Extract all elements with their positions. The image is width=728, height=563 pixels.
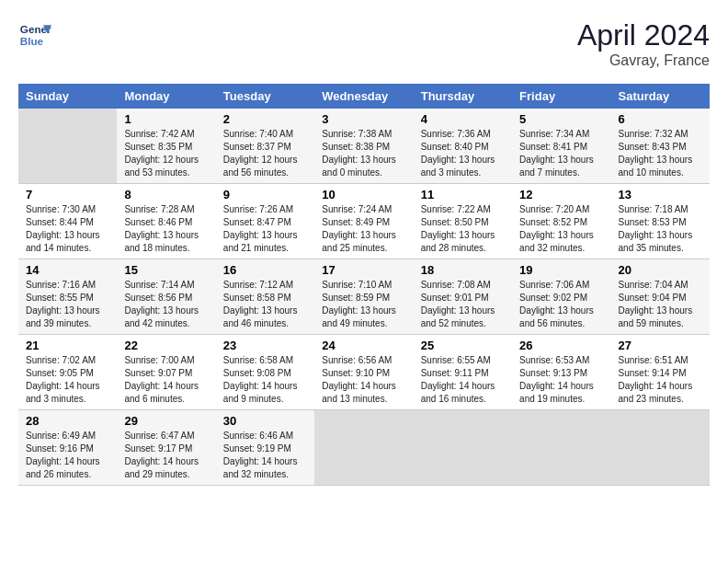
calendar-day-cell: 9Sunrise: 7:26 AMSunset: 8:47 PMDaylight… xyxy=(216,184,314,259)
day-info: Sunrise: 7:02 AMSunset: 9:05 PMDaylight:… xyxy=(26,354,109,406)
calendar-day-cell: 14Sunrise: 7:16 AMSunset: 8:55 PMDayligh… xyxy=(18,259,117,335)
calendar-day-cell: 11Sunrise: 7:22 AMSunset: 8:50 PMDayligh… xyxy=(414,184,512,259)
day-number: 6 xyxy=(619,112,702,126)
calendar-day-cell: 19Sunrise: 7:06 AMSunset: 9:02 PMDayligh… xyxy=(512,259,610,335)
calendar-day-cell: 4Sunrise: 7:36 AMSunset: 8:40 PMDaylight… xyxy=(414,109,512,184)
calendar-day-cell: 15Sunrise: 7:14 AMSunset: 8:56 PMDayligh… xyxy=(117,259,215,335)
day-number: 28 xyxy=(26,414,109,428)
day-info: Sunrise: 6:55 AMSunset: 9:11 PMDaylight:… xyxy=(421,354,505,406)
day-number: 2 xyxy=(223,112,307,126)
day-info: Sunrise: 7:08 AMSunset: 9:01 PMDaylight:… xyxy=(421,279,505,330)
weekday-header: Monday xyxy=(117,84,215,109)
calendar-week-row: 7Sunrise: 7:30 AMSunset: 8:44 PMDaylight… xyxy=(18,184,710,259)
day-number: 16 xyxy=(223,263,307,277)
calendar-day-cell xyxy=(611,410,710,486)
day-info: Sunrise: 7:36 AMSunset: 8:40 PMDaylight:… xyxy=(421,128,505,179)
weekday-header: Wednesday xyxy=(314,84,413,109)
calendar-week-row: 14Sunrise: 7:16 AMSunset: 8:55 PMDayligh… xyxy=(18,259,710,335)
calendar-day-cell: 30Sunrise: 6:46 AMSunset: 9:19 PMDayligh… xyxy=(216,410,314,486)
calendar-day-cell: 27Sunrise: 6:51 AMSunset: 9:14 PMDayligh… xyxy=(611,335,710,410)
day-info: Sunrise: 7:20 AMSunset: 8:52 PMDaylight:… xyxy=(519,203,603,255)
day-info: Sunrise: 7:38 AMSunset: 8:38 PMDaylight:… xyxy=(322,128,405,179)
calendar-day-cell: 12Sunrise: 7:20 AMSunset: 8:52 PMDayligh… xyxy=(512,184,610,259)
weekday-header: Saturday xyxy=(611,84,710,109)
day-number: 12 xyxy=(519,188,603,201)
day-number: 1 xyxy=(124,112,208,126)
day-number: 24 xyxy=(322,339,405,352)
day-number: 4 xyxy=(421,112,505,126)
calendar-day-cell: 7Sunrise: 7:30 AMSunset: 8:44 PMDaylight… xyxy=(18,184,117,259)
calendar-day-cell xyxy=(314,410,413,486)
day-number: 7 xyxy=(26,188,109,201)
day-info: Sunrise: 6:47 AMSunset: 9:17 PMDaylight:… xyxy=(124,430,208,481)
day-number: 23 xyxy=(223,339,307,352)
day-info: Sunrise: 6:56 AMSunset: 9:10 PMDaylight:… xyxy=(322,354,405,406)
calendar-day-cell: 1Sunrise: 7:42 AMSunset: 8:35 PMDaylight… xyxy=(117,109,215,184)
calendar-day-cell: 2Sunrise: 7:40 AMSunset: 8:37 PMDaylight… xyxy=(216,109,314,184)
calendar-header: SundayMondayTuesdayWednesdayThursdayFrid… xyxy=(18,84,710,109)
day-info: Sunrise: 7:30 AMSunset: 8:44 PMDaylight:… xyxy=(26,203,109,255)
calendar-day-cell xyxy=(414,410,512,486)
calendar-day-cell: 20Sunrise: 7:04 AMSunset: 9:04 PMDayligh… xyxy=(611,259,710,335)
day-number: 14 xyxy=(26,263,109,277)
day-number: 8 xyxy=(124,188,208,201)
day-number: 5 xyxy=(519,112,603,126)
logo: General Blue General Blue xyxy=(18,18,51,52)
calendar-day-cell: 3Sunrise: 7:38 AMSunset: 8:38 PMDaylight… xyxy=(314,109,413,184)
calendar-day-cell: 6Sunrise: 7:32 AMSunset: 8:43 PMDaylight… xyxy=(611,109,710,184)
month-title: April 2024 xyxy=(577,18,710,52)
day-info: Sunrise: 7:42 AMSunset: 8:35 PMDaylight:… xyxy=(124,128,208,179)
logo-icon: General Blue xyxy=(18,18,51,52)
day-info: Sunrise: 7:22 AMSunset: 8:50 PMDaylight:… xyxy=(421,203,505,255)
calendar-week-row: 28Sunrise: 6:49 AMSunset: 9:16 PMDayligh… xyxy=(18,410,710,486)
calendar-day-cell: 24Sunrise: 6:56 AMSunset: 9:10 PMDayligh… xyxy=(314,335,413,410)
day-number: 18 xyxy=(421,263,505,277)
calendar-day-cell xyxy=(512,410,610,486)
day-info: Sunrise: 6:53 AMSunset: 9:13 PMDaylight:… xyxy=(519,354,603,406)
day-number: 10 xyxy=(322,188,405,201)
day-info: Sunrise: 7:06 AMSunset: 9:02 PMDaylight:… xyxy=(519,279,603,330)
calendar-day-cell: 10Sunrise: 7:24 AMSunset: 8:49 PMDayligh… xyxy=(314,184,413,259)
svg-text:Blue: Blue xyxy=(20,35,44,47)
day-info: Sunrise: 7:34 AMSunset: 8:41 PMDaylight:… xyxy=(519,128,603,179)
calendar-table: SundayMondayTuesdayWednesdayThursdayFrid… xyxy=(18,84,710,486)
calendar-day-cell: 5Sunrise: 7:34 AMSunset: 8:41 PMDaylight… xyxy=(512,109,610,184)
calendar-day-cell: 28Sunrise: 6:49 AMSunset: 9:16 PMDayligh… xyxy=(18,410,117,486)
day-number: 22 xyxy=(124,339,208,352)
day-number: 30 xyxy=(223,414,307,428)
day-info: Sunrise: 6:51 AMSunset: 9:14 PMDaylight:… xyxy=(619,354,702,406)
day-info: Sunrise: 7:28 AMSunset: 8:46 PMDaylight:… xyxy=(124,203,208,255)
day-info: Sunrise: 6:46 AMSunset: 9:19 PMDaylight:… xyxy=(223,430,307,481)
calendar-day-cell: 18Sunrise: 7:08 AMSunset: 9:01 PMDayligh… xyxy=(414,259,512,335)
weekday-header: Tuesday xyxy=(216,84,314,109)
weekday-header: Thursday xyxy=(414,84,512,109)
calendar-day-cell: 29Sunrise: 6:47 AMSunset: 9:17 PMDayligh… xyxy=(117,410,215,486)
day-info: Sunrise: 7:12 AMSunset: 8:58 PMDaylight:… xyxy=(223,279,307,330)
calendar-day-cell: 13Sunrise: 7:18 AMSunset: 8:53 PMDayligh… xyxy=(611,184,710,259)
day-info: Sunrise: 7:00 AMSunset: 9:07 PMDaylight:… xyxy=(124,354,208,406)
calendar-day-cell xyxy=(18,109,117,184)
calendar-day-cell: 25Sunrise: 6:55 AMSunset: 9:11 PMDayligh… xyxy=(414,335,512,410)
day-number: 27 xyxy=(619,339,702,352)
title-area: April 2024 Gavray, France xyxy=(577,18,710,69)
calendar-day-cell: 21Sunrise: 7:02 AMSunset: 9:05 PMDayligh… xyxy=(18,335,117,410)
day-number: 9 xyxy=(223,188,307,201)
calendar-day-cell: 16Sunrise: 7:12 AMSunset: 8:58 PMDayligh… xyxy=(216,259,314,335)
day-number: 13 xyxy=(619,188,702,201)
day-number: 26 xyxy=(519,339,603,352)
day-number: 17 xyxy=(322,263,405,277)
calendar-day-cell: 8Sunrise: 7:28 AMSunset: 8:46 PMDaylight… xyxy=(117,184,215,259)
day-number: 25 xyxy=(421,339,505,352)
day-info: Sunrise: 7:40 AMSunset: 8:37 PMDaylight:… xyxy=(223,128,307,179)
day-info: Sunrise: 7:24 AMSunset: 8:49 PMDaylight:… xyxy=(322,203,405,255)
calendar-day-cell: 23Sunrise: 6:58 AMSunset: 9:08 PMDayligh… xyxy=(216,335,314,410)
day-info: Sunrise: 7:04 AMSunset: 9:04 PMDaylight:… xyxy=(619,279,702,330)
day-info: Sunrise: 7:32 AMSunset: 8:43 PMDaylight:… xyxy=(619,128,702,179)
calendar-day-cell: 26Sunrise: 6:53 AMSunset: 9:13 PMDayligh… xyxy=(512,335,610,410)
day-number: 20 xyxy=(619,263,702,277)
day-info: Sunrise: 7:14 AMSunset: 8:56 PMDaylight:… xyxy=(124,279,208,330)
location: Gavray, France xyxy=(577,52,710,69)
day-info: Sunrise: 7:26 AMSunset: 8:47 PMDaylight:… xyxy=(223,203,307,255)
day-number: 11 xyxy=(421,188,505,201)
calendar-week-row: 21Sunrise: 7:02 AMSunset: 9:05 PMDayligh… xyxy=(18,335,710,410)
